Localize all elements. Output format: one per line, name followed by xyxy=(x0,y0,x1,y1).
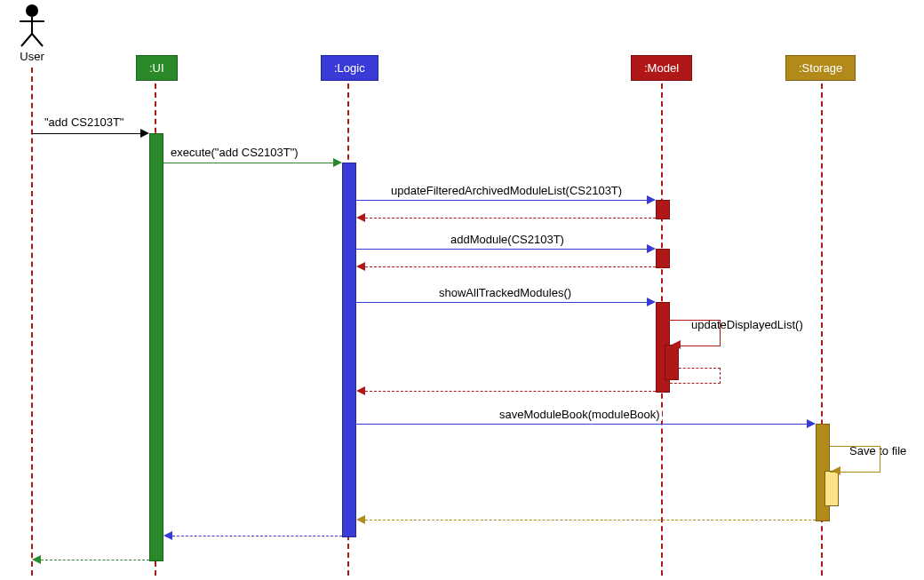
arrowhead-icon xyxy=(140,129,149,138)
lifeline-head-logic: :Logic xyxy=(321,55,378,81)
return-model-to-logic-3 xyxy=(365,391,656,392)
msg-ui-to-logic xyxy=(163,163,335,163)
svg-line-3 xyxy=(21,34,32,46)
activation-storage-self xyxy=(824,471,839,506)
arrowhead-icon xyxy=(32,555,41,564)
arrowhead-icon xyxy=(647,195,656,204)
msg-label-add-command: "add CS2103T" xyxy=(43,115,125,129)
arrowhead-icon xyxy=(647,298,656,306)
lifeline-head-storage: :Storage xyxy=(785,55,856,81)
return-ui-to-user xyxy=(41,560,149,560)
svg-point-0 xyxy=(26,4,38,17)
activation-ui xyxy=(149,133,163,561)
arrowhead-icon xyxy=(356,515,365,524)
msg-logic-to-storage xyxy=(356,424,808,425)
msg-logic-to-model-1 xyxy=(356,200,649,201)
actor-user-label: User xyxy=(12,50,52,63)
person-icon xyxy=(14,4,50,48)
activation-model-1 xyxy=(656,200,670,219)
return-logic-to-ui xyxy=(172,536,342,536)
msg-label-add-module: addModule(CS2103T) xyxy=(449,233,566,246)
return-model-to-logic-2 xyxy=(365,266,656,267)
msg-user-to-ui xyxy=(32,133,142,134)
return-storage-to-logic xyxy=(365,520,816,520)
msg-logic-to-model-2 xyxy=(356,249,649,250)
sequence-diagram: User :UI :Logic :Model :Storage "add CS2… xyxy=(0,0,924,580)
msg-label-save-modulebook: saveModuleBook(moduleBook) xyxy=(498,408,662,421)
activation-logic xyxy=(342,163,356,537)
arrowhead-icon xyxy=(672,340,681,349)
arrowhead-icon xyxy=(356,386,365,395)
activation-model-2 xyxy=(656,249,670,268)
arrowhead-icon xyxy=(832,466,840,475)
lifeline-user xyxy=(31,68,33,576)
msg-logic-to-model-3 xyxy=(356,302,649,303)
lifeline-head-model: :Model xyxy=(631,55,692,81)
arrowhead-icon xyxy=(163,531,172,540)
msg-label-show-all: showAllTrackedModules() xyxy=(437,286,573,299)
return-model-to-logic-1 xyxy=(365,218,656,218)
arrowhead-icon xyxy=(333,158,342,167)
msg-label-execute: execute("add CS2103T") xyxy=(169,146,300,159)
lifeline-head-ui: :UI xyxy=(136,55,178,81)
arrowhead-icon xyxy=(807,419,816,428)
return-model-self xyxy=(670,368,721,384)
msg-label-update-filtered: updateFilteredArchivedModuleList(CS2103T… xyxy=(389,184,624,197)
arrowhead-icon xyxy=(356,262,365,271)
arrowhead-icon xyxy=(647,244,656,253)
svg-line-4 xyxy=(32,34,43,46)
actor-user: User xyxy=(12,4,52,63)
arrowhead-icon xyxy=(356,213,365,222)
